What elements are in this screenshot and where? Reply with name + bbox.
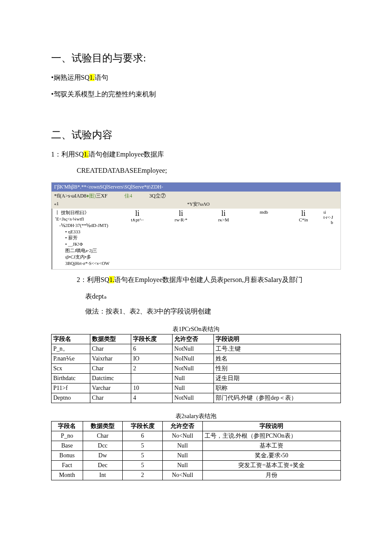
table2-h2: 字段长度 [123, 421, 163, 431]
code-toolbar: *fl(A>s·ωIAD8♦图)三XF 佳4 3Q立⑦ [52, 192, 340, 200]
table1-header-row: 字段名 数据类型 字段长度 允许空否 字段说明 [52, 334, 341, 344]
table-row: P_n。Char6NotNull工号.主键 [52, 344, 341, 354]
item2-suffix: 语句在Employee数据库中创建人员表person,月薪表SaIary及部门 [114, 276, 302, 283]
table1-h2: 字段长度 [131, 334, 173, 344]
table-row: DeptnoChar4NotNull部门代码.外键（参照dep＜表） [52, 393, 341, 403]
toolbar-text-2: 佳4 [124, 192, 132, 200]
icon-item-4: liC*in [299, 209, 308, 222]
icon-item-0: lit∧pt^·· [131, 209, 144, 223]
file-icon: li [175, 209, 187, 217]
table-row: BirthdatcDatctimcNull迓生日期 [52, 373, 341, 383]
table2-h0: 字段名 [52, 421, 83, 431]
code-right-note: ιi t·r<·J b [323, 209, 340, 269]
icon-label-2: rκ>M [218, 217, 229, 222]
toolbar-text-3: 3Q立⑦ [149, 192, 166, 200]
left-bullet2: • 薪芳 [65, 235, 113, 241]
table-row: BaseDcc5Null基本工资 [52, 441, 341, 450]
left-line1: 丨 技制日棺曰》 [55, 209, 113, 216]
code-left-panel: 丨 技制日棺曰》 ˈE<Jsς<s·¼wtfl -⅟₂2DH·37(**⅟₈dD… [52, 209, 115, 269]
table2-h3: 允许空否 [162, 421, 202, 431]
bullet1-highlight: 1. [89, 74, 95, 81]
item1-code: CREATEDATABASEEmployee; [77, 167, 341, 174]
table1-h3: 允许空否 [173, 334, 214, 344]
subbar-mid: *Y安7ωΛΟ [187, 201, 210, 207]
left-line4: 图二J嗔电e·2j三 [65, 247, 113, 254]
table-person: 字段名 数据类型 字段长度 允许空否 字段说明 P_n。Char6NotNull… [51, 334, 341, 403]
file-icon: li [299, 209, 308, 217]
table1-h1: 数据类型 [90, 334, 131, 344]
icon-item-1: lirw·R·* [175, 209, 187, 222]
left-line5: ιβ•CJ支内•多 [65, 254, 113, 260]
left-bullet1: • ηE333 [65, 229, 113, 235]
icon-item-3: mdb [260, 209, 268, 215]
rightnote-line3: b [323, 220, 340, 225]
item2-method: 做法：按表1、表2、表3中的字段说明创建 [85, 307, 341, 316]
bullet1-suffix: 语句 [95, 74, 108, 81]
code-subbar: «1 *Y安7ωΛΟ [52, 200, 340, 209]
bullet-item-2: •驾驭关系模型上的完整性约束机制 [51, 90, 341, 99]
table2-h4: 字段说明 [202, 421, 340, 431]
table1-caption: 表1PCrSOn表结沟 [51, 325, 341, 333]
left-line2: ˈE<Jsς<s·¼wtfl [55, 216, 113, 222]
table-row: P_noChar6No<Null工号，主说.外根（参照PCNOn表） [52, 431, 341, 441]
item2-highlight: 1. [109, 276, 114, 283]
table1-h4: 字段说明 [213, 334, 340, 344]
code-titlebar: ΓβK'MħβB*.**<rownSQlServers\SQlServe*tt\… [52, 183, 340, 192]
item2-line2: 表deptₐ [85, 292, 341, 301]
table1-h0: 字段名 [52, 334, 90, 344]
rightnote-line1: ιi [323, 209, 340, 215]
item1-highlight: 1. [84, 151, 89, 158]
item2-prefix: 2：利用SQ [77, 276, 109, 283]
table2-header-row: 字段名 数据类型 字段长度 允许空否 字段说明 [52, 421, 341, 431]
icon-label-0: t∧pt^·· [131, 217, 144, 223]
table-row: FactDec5Null突发工资=基本工资+奖金 [52, 460, 341, 470]
icon-label-4: C*in [299, 217, 308, 222]
bullet1-prefix: •娴熟运用SQ [51, 74, 89, 81]
section1-title: 一、试验目的与要求: [51, 51, 341, 65]
icon-item-2: lirκ>M [218, 209, 229, 222]
rightnote-line2: t·r<·J [323, 215, 340, 220]
item1-suffix: 语句创建Employee数据库 [89, 151, 164, 158]
table2-h1: 数据类型 [83, 421, 123, 431]
bullet-item-1: •娴熟运用SQ1.语句 [51, 73, 341, 82]
section2-title: 二、试验内容 [51, 128, 341, 142]
file-icon: li [131, 209, 144, 217]
item2-line: 2：利用SQ1.语句在Employee数据库中创建人员表person,月薪表Sa… [77, 276, 341, 285]
item1-line: 1：利用SQ1.语句创建Employee数据库 [51, 150, 341, 159]
left-line3: -⅟₂2DH·37(**⅟₈dD-JMT) [59, 222, 113, 229]
table2-caption: 表2salary表结泡 [51, 413, 341, 420]
code-icons-row: lit∧pt^·· lirw·R·* lirκ>M mdb liC*in [115, 209, 323, 269]
code-window: ΓβK'MħβB*.**<rownSQlServers\SQlServe*tt\… [51, 182, 341, 270]
toolbar-text-1: *fl(A>s·ωIAD8♦图)三XF [54, 192, 107, 200]
table-row: P11>fVarchar10Null职称 [52, 383, 341, 393]
icon-label-3: mdb [260, 209, 268, 215]
subbar-left: «1 [54, 201, 59, 207]
table-row: BonusDw5Null奖金,要求›50 [52, 450, 341, 460]
table-row: ScxChar2NotNull性别 [52, 363, 341, 373]
table-salary: 字段名 数据类型 字段长度 允许空否 字段说明 P_noChar6No<Null… [51, 421, 341, 480]
file-icon: li [218, 209, 229, 217]
left-line6: 3BQjHrt·σ*·S<<v<OW [65, 260, 113, 267]
item1-prefix: 1：利用SQ [51, 151, 84, 158]
table-row: MonthInt2No<Null月份 [52, 470, 341, 480]
left-bullet3: • __JK!Φ [65, 241, 113, 247]
icon-label-1: rw·R·* [175, 217, 187, 222]
table-row: P.nan⅟₆eVaixrharIONoINull姓名 [52, 354, 341, 363]
